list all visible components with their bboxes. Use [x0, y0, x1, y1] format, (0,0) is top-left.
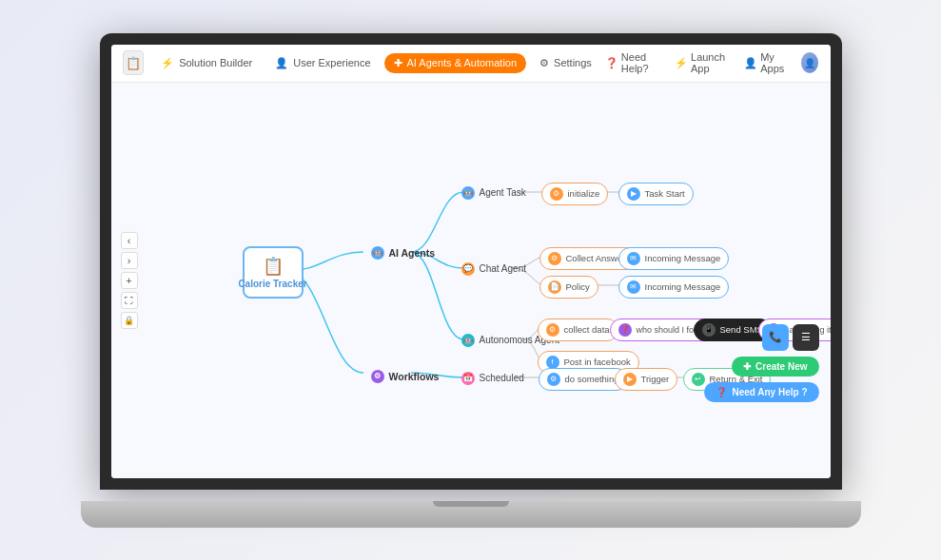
my-apps-icon: 👤 — [744, 57, 757, 69]
solution-builder-label: Solution Builder — [179, 57, 252, 68]
incoming-msg-1-icon: ✉ — [627, 252, 640, 265]
node-incoming-msg-1[interactable]: ✉ Incoming Message — [618, 247, 730, 270]
phone-icon: 📞 — [769, 331, 782, 343]
do-something-icon: ⚙ — [547, 373, 560, 386]
initialize-icon: ⚙ — [550, 187, 563, 201]
my-apps-label: My Apps — [760, 51, 792, 74]
launch-app-button[interactable]: ⚡ Launch App — [675, 51, 735, 74]
zoom-lock[interactable]: 🔒 — [121, 312, 138, 329]
solution-builder-icon: ⚡ — [161, 57, 174, 69]
incoming-msg-2-label: Incoming Message — [645, 281, 721, 292]
ai-agents-cat-label: AI Agents — [389, 247, 436, 259]
incoming-msg-1-label: Incoming Message — [645, 253, 721, 263]
root-label: Calorie Tracker — [238, 279, 306, 289]
ai-agents-tab-icon: ✚ — [394, 57, 402, 69]
task-start-label: Task Start — [645, 188, 685, 199]
trigger-icon: ▶ — [623, 373, 637, 386]
do-something-label: do something — [565, 374, 619, 384]
tab-solution-builder[interactable]: ⚡ Solution Builder — [151, 53, 262, 73]
node-policy[interactable]: 📄 Policy — [539, 276, 598, 299]
node-task-start[interactable]: ▶ Task Start — [618, 183, 694, 205]
category-ai-agents[interactable]: 🤖 AI Agents — [363, 242, 443, 263]
help-label: Need Help? — [621, 51, 665, 74]
return-exit-icon: ↩ — [692, 373, 705, 386]
create-new-label: Create New — [755, 361, 807, 372]
launch-icon: ⚡ — [675, 57, 688, 69]
agent-task-icon: 🤖 — [461, 186, 475, 200]
tab-settings[interactable]: ⚙ Settings — [530, 53, 601, 73]
logo-icon: 📋 — [126, 56, 141, 70]
create-new-icon: ✚ — [743, 361, 751, 372]
laptop-bezel: 📋 ⚡ Solution Builder 👤 User Experience ✚… — [100, 33, 842, 490]
need-help-icon: ❓ — [716, 387, 727, 397]
agent-task-label: Agent Task — [480, 187, 526, 198]
launch-label: Launch App — [691, 51, 735, 74]
scheduled-label: Scheduled — [480, 373, 524, 383]
policy-label: Policy — [566, 281, 590, 292]
settings-label: Settings — [554, 57, 592, 68]
initialize-label: initialize — [568, 188, 600, 199]
workflows-icon: ⚙ — [371, 370, 384, 383]
navbar: 📋 ⚡ Solution Builder 👤 User Experience ✚… — [111, 45, 831, 83]
float-icon-row: 📞 ☰ — [762, 324, 819, 351]
zoom-prev[interactable]: ‹ — [121, 232, 138, 249]
post-facebook-icon: f — [546, 356, 559, 369]
laptop-screen: 📋 ⚡ Solution Builder 👤 User Experience ✚… — [111, 45, 831, 478]
ai-agents-icon: 🤖 — [371, 246, 384, 260]
scheduled-icon: 📅 — [461, 372, 475, 385]
node-trigger[interactable]: ▶ Trigger — [615, 368, 678, 391]
root-icon: 📋 — [263, 256, 284, 277]
zoom-controls: ‹ › + ⛶ 🔒 — [121, 232, 138, 329]
root-node[interactable]: 📋 Calorie Tracker — [243, 246, 304, 299]
floating-buttons: 📞 ☰ ✚ Create New ❓ Need Any Help ? — [704, 324, 818, 402]
collect-data-label: collect data — [564, 324, 610, 335]
post-facebook-label: Post in facebook — [564, 357, 631, 367]
help-icon: ❓ — [605, 57, 618, 69]
chat-agent-icon: 💬 — [461, 262, 475, 276]
node-incoming-msg-2[interactable]: ✉ Incoming Message — [618, 276, 730, 299]
autonomous-icon: 🤖 — [461, 334, 475, 347]
create-new-button[interactable]: ✚ Create New — [732, 357, 818, 377]
policy-icon: 📄 — [548, 280, 561, 294]
user-experience-icon: 👤 — [275, 57, 288, 69]
laptop-base — [81, 501, 861, 528]
trigger-label: Trigger — [641, 374, 670, 384]
need-help-button[interactable]: ❓ Need Any Help ? — [704, 382, 818, 402]
who-focus-icon: ❓ — [618, 323, 632, 337]
node-agent-task[interactable]: 🤖 Agent Task — [454, 183, 534, 203]
zoom-next[interactable]: › — [121, 252, 138, 269]
nav-right: ❓ Need Help? ⚡ Launch App 👤 My Apps 👤 — [605, 51, 819, 74]
help-button[interactable]: ❓ Need Help? — [605, 51, 665, 74]
need-help-label: Need Any Help ? — [732, 387, 807, 397]
chat-agent-label: Chat Agent — [480, 263, 526, 274]
collect-answers-icon: ⚙ — [548, 252, 561, 265]
nav-logo: 📋 — [123, 50, 145, 75]
category-workflows[interactable]: ⚙ Workflows — [363, 366, 447, 387]
avatar: 👤 — [801, 52, 819, 73]
tab-ai-agents[interactable]: ✚ AI Agents & Automation — [384, 53, 527, 73]
list-icon-button[interactable]: ☰ — [793, 324, 819, 351]
tab-user-experience[interactable]: 👤 User Experience — [265, 53, 380, 73]
node-initialize[interactable]: ⚙ initialize — [541, 183, 609, 205]
node-scheduled[interactable]: 📅 Scheduled — [454, 368, 532, 389]
task-start-icon: ▶ — [627, 187, 640, 201]
my-apps-button[interactable]: 👤 My Apps — [744, 51, 792, 74]
canvas-area: 📋 Calorie Tracker 🤖 AI Agents 🤖 Agent Ta… — [111, 83, 831, 478]
laptop-container: 📋 ⚡ Solution Builder 👤 User Experience ✚… — [81, 33, 861, 528]
zoom-fit[interactable]: ⛶ — [121, 292, 138, 309]
incoming-msg-2-icon: ✉ — [627, 280, 640, 294]
list-icon: ☰ — [801, 331, 811, 343]
workflows-label: Workflows — [389, 371, 440, 382]
ai-agents-label: AI Agents & Automation — [407, 57, 518, 68]
collect-data-icon: ⚙ — [546, 323, 559, 337]
settings-icon: ⚙ — [539, 57, 549, 69]
node-chat-agent[interactable]: 💬 Chat Agent — [454, 259, 534, 280]
user-experience-label: User Experience — [293, 57, 370, 68]
node-collect-data[interactable]: ⚙ collect data — [538, 319, 618, 341]
zoom-in[interactable]: + — [121, 272, 138, 289]
phone-icon-button[interactable]: 📞 — [762, 324, 789, 351]
